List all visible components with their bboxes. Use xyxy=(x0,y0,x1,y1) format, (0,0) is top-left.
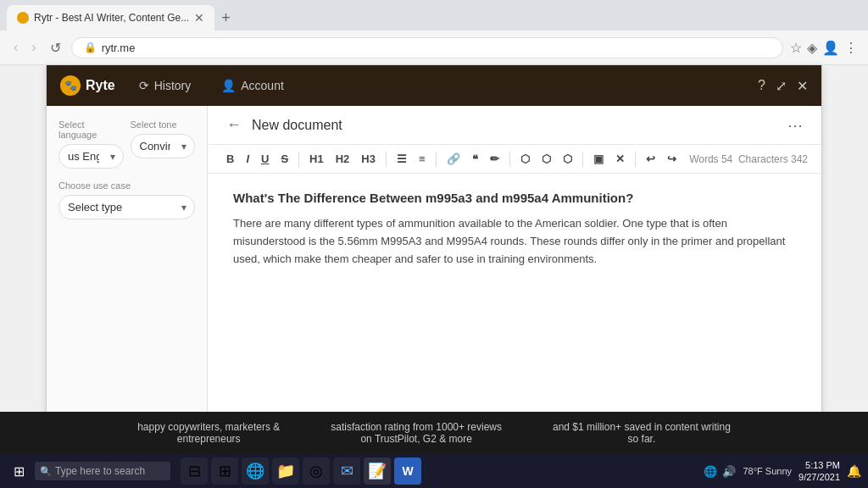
header-right: ? ⤢ ✕ xyxy=(758,78,808,94)
use-case-select-wrapper: Select type ▾ xyxy=(58,195,195,219)
main-content: ← New document ⋯ B I U S H1 H2 H3 ☰ ≡ 🔗 … xyxy=(208,106,821,452)
browser-actions: ☆ ◈ 👤 ⋮ xyxy=(790,40,858,56)
align-center-button[interactable]: ⬡ xyxy=(537,150,556,168)
nav-history-label: History xyxy=(154,79,192,92)
use-case-group: Choose use case Select type ▾ xyxy=(58,180,195,219)
taskbar-search-icon: 🔍 xyxy=(40,466,52,477)
language-label: Select language xyxy=(58,119,124,140)
taskbar-app-explorer[interactable]: 📁 xyxy=(272,458,299,485)
taskbar-search-wrapper: 🔍 xyxy=(35,462,170,480)
new-tab-button[interactable]: + xyxy=(214,9,237,27)
history-icon: ⟳ xyxy=(139,79,149,92)
redo-button[interactable]: ↪ xyxy=(662,150,682,168)
document-heading: What's The Difference Between m995a3 and… xyxy=(233,191,796,205)
list-unordered-button[interactable]: ☰ xyxy=(392,150,412,168)
taskbar-app-edge[interactable]: 🌐 xyxy=(242,458,269,485)
close-button[interactable]: ✕ xyxy=(797,78,808,94)
language-select-wrapper: us Englishuk EnglishFrenchGermanSpanish … xyxy=(58,144,124,169)
taskbar-clock: 5:13 PM 9/27/2021 xyxy=(798,459,840,484)
sidebar: Select language us Englishuk EnglishFren… xyxy=(47,106,208,452)
doc-menu-button[interactable]: ⋯ xyxy=(787,116,804,135)
language-tone-row: Select language us Englishuk EnglishFren… xyxy=(58,119,195,180)
taskbar-apps: ⊟ ⊞ 🌐 📁 ◎ ✉ 📝 W xyxy=(181,458,421,485)
menu-button[interactable]: ⋮ xyxy=(844,40,858,56)
toolbar-sep-4 xyxy=(509,152,510,167)
language-group: Select language us Englishuk EnglishFren… xyxy=(58,119,124,169)
taskbar-right: 🌐 🔊 78°F Sunny 5:13 PM 9/27/2021 🔔 xyxy=(704,459,861,484)
strikethrough-button[interactable]: S xyxy=(275,150,293,168)
toolbar-sep-6 xyxy=(635,152,636,167)
use-case-select[interactable]: Select type xyxy=(58,195,195,219)
editor-area[interactable]: What's The Difference Between m995a3 and… xyxy=(208,174,821,452)
tone-group: Select tone ConvincingCasualFormalFunnyI… xyxy=(131,119,196,169)
url-text: rytr.me xyxy=(102,42,136,54)
tab-label: Rytr - Best AI Writer, Content Ge... xyxy=(34,12,189,24)
undo-button[interactable]: ↩ xyxy=(641,150,660,168)
taskbar-weather: 78°F Sunny xyxy=(743,466,792,476)
tone-select-wrapper: ConvincingCasualFormalFunnyInformative ▾ xyxy=(131,134,196,158)
taskbar-search-input[interactable] xyxy=(35,462,170,480)
nav-history[interactable]: ⟳ History xyxy=(132,75,198,96)
taskbar: ⊞ 🔍 ⊟ ⊞ 🌐 📁 ◎ ✉ 📝 W 🌐 🔊 78°F Sunny 5:13 … xyxy=(0,454,868,488)
logo-text: Ryte xyxy=(86,78,115,93)
tab-bar: Rytr - Best AI Writer, Content Ge... ✕ + xyxy=(0,0,868,30)
underline-button[interactable]: U xyxy=(256,150,274,168)
document-body: There are many different types of ammuni… xyxy=(233,215,796,268)
extensions-button[interactable]: ◈ xyxy=(807,40,817,56)
toolbar-sep-3 xyxy=(436,152,437,167)
app-body: Select language us Englishuk EnglishFren… xyxy=(47,106,821,452)
link-button[interactable]: 🔗 xyxy=(442,150,465,168)
italic-button[interactable]: I xyxy=(241,150,254,168)
tab-close-btn[interactable]: ✕ xyxy=(194,11,204,25)
taskbar-app-taskview[interactable]: ⊞ xyxy=(211,458,238,485)
toolbar-sep-1 xyxy=(298,152,299,167)
star-button[interactable]: ☆ xyxy=(790,40,802,56)
address-bar: ‹ › ↺ 🔒 rytr.me ☆ ◈ 👤 ⋮ xyxy=(0,30,868,64)
taskbar-app-word[interactable]: W xyxy=(394,458,421,485)
start-button[interactable]: ⊞ xyxy=(7,460,31,483)
taskbar-app-cortana[interactable]: ⊟ xyxy=(181,458,208,485)
image-button[interactable]: ▣ xyxy=(588,150,609,168)
taskbar-app-notepad[interactable]: 📝 xyxy=(364,458,391,485)
help-button[interactable]: ? xyxy=(758,78,765,93)
back-arrow-button[interactable]: ← xyxy=(225,114,243,136)
list-ordered-button[interactable]: ≡ xyxy=(414,150,431,168)
clear-format-button[interactable]: ✕ xyxy=(610,150,630,168)
align-left-button[interactable]: ⬡ xyxy=(515,150,535,168)
clock-date: 9/27/2021 xyxy=(798,471,840,483)
url-bar[interactable]: 🔒 rytr.me xyxy=(71,37,783,58)
back-button[interactable]: ‹ xyxy=(10,38,21,57)
h2-button[interactable]: H2 xyxy=(331,150,355,168)
reload-button[interactable]: ↺ xyxy=(47,38,64,58)
editor-toolbar: B I U S H1 H2 H3 ☰ ≡ 🔗 ❝ ✏ ⬡ ⬡ ⬡ ▣ xyxy=(208,145,821,174)
bold-button[interactable]: B xyxy=(221,150,239,168)
taskbar-icons: 🌐 🔊 xyxy=(704,465,736,478)
h3-button[interactable]: H3 xyxy=(356,150,381,168)
promo-strip: happy copywriters, marketers &entreprene… xyxy=(0,412,868,454)
highlight-button[interactable]: ✏ xyxy=(485,150,504,168)
profile-button[interactable]: 👤 xyxy=(822,40,839,56)
tab-favicon xyxy=(17,12,29,24)
toolbar-sep-5 xyxy=(582,152,583,167)
promo-item-3: and $1 million+ saved in content writing… xyxy=(553,421,731,445)
tone-select[interactable]: ConvincingCasualFormalFunnyInformative xyxy=(131,134,196,158)
h1-button[interactable]: H1 xyxy=(304,150,329,168)
nav-account[interactable]: 👤 Account xyxy=(214,75,291,96)
doc-header: ← New document ⋯ xyxy=(208,106,821,145)
promo-item-1: happy copywriters, marketers &entreprene… xyxy=(137,421,280,445)
language-select[interactable]: us Englishuk EnglishFrenchGermanSpanish xyxy=(58,144,124,169)
forward-button[interactable]: › xyxy=(28,38,39,57)
expand-button[interactable]: ⤢ xyxy=(776,78,787,94)
volume-icon: 🔊 xyxy=(722,465,736,478)
active-tab[interactable]: Rytr - Best AI Writer, Content Ge... ✕ xyxy=(7,5,214,30)
app-window: 🐾 Ryte ⟳ History 👤 Account ? ⤢ ✕ Select … xyxy=(46,65,822,452)
align-right-button[interactable]: ⬡ xyxy=(558,150,577,168)
clock-time: 5:13 PM xyxy=(798,459,840,471)
notification-icon[interactable]: 🔔 xyxy=(847,464,861,478)
taskbar-app-chrome[interactable]: ◎ xyxy=(303,458,330,485)
taskbar-app-mail[interactable]: ✉ xyxy=(333,458,360,485)
browser-chrome: Rytr - Best AI Writer, Content Ge... ✕ +… xyxy=(0,0,868,65)
app-header: 🐾 Ryte ⟳ History 👤 Account ? ⤢ ✕ xyxy=(47,65,821,106)
quote-button[interactable]: ❝ xyxy=(467,150,483,168)
lock-icon: 🔒 xyxy=(84,42,97,53)
